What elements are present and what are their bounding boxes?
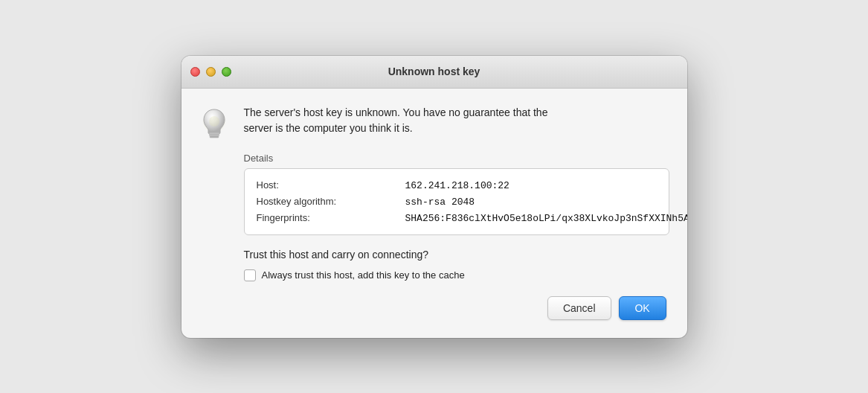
details-box: Host: 162.241.218.100:22 Hostkey algorit… bbox=[244, 168, 669, 235]
dialog-title: Unknown host key bbox=[388, 66, 480, 77]
detail-value-algorithm: ssh-rsa 2048 bbox=[405, 196, 475, 208]
detail-value-host: 162.241.218.100:22 bbox=[405, 180, 509, 191]
warning-message: The server's host key is unknown. You ha… bbox=[244, 103, 548, 136]
close-button[interactable] bbox=[190, 67, 200, 77]
detail-key-host: Host: bbox=[257, 179, 405, 191]
svg-point-4 bbox=[209, 116, 219, 127]
minimize-button[interactable] bbox=[206, 67, 216, 77]
trust-question: Trust this host and carry on connecting? bbox=[244, 249, 669, 261]
cancel-button[interactable]: Cancel bbox=[547, 296, 611, 320]
detail-key-fingerprint: Fingerprints: bbox=[257, 212, 405, 223]
detail-value-fingerprint: SHA256:F836clXtHvO5e18oLPi/qx38XLvkoJp3n… bbox=[405, 213, 687, 224]
maximize-button[interactable] bbox=[222, 67, 231, 77]
detail-row-fingerprint: Fingerprints: SHA256:F836clXtHvO5e18oLPi… bbox=[257, 212, 657, 224]
svg-rect-1 bbox=[209, 132, 219, 135]
checkbox-row: Always trust this host, add this key to … bbox=[244, 269, 669, 281]
ok-button[interactable]: OK bbox=[619, 296, 666, 320]
dialog-window: Unknown host key bbox=[181, 56, 687, 338]
lightbulb-icon bbox=[196, 105, 232, 141]
svg-rect-3 bbox=[210, 136, 219, 138]
details-section: Details Host: 162.241.218.100:22 Hostkey… bbox=[244, 153, 669, 235]
detail-row-algorithm: Hostkey algorithm: ssh-rsa 2048 bbox=[257, 196, 657, 208]
detail-key-algorithm: Hostkey algorithm: bbox=[257, 196, 405, 207]
top-row: The server's host key is unknown. You ha… bbox=[196, 103, 669, 141]
dialog-content: The server's host key is unknown. You ha… bbox=[181, 89, 687, 338]
always-trust-checkbox[interactable] bbox=[244, 269, 256, 281]
detail-row-host: Host: 162.241.218.100:22 bbox=[257, 179, 657, 191]
title-bar: Unknown host key bbox=[181, 56, 687, 89]
details-label: Details bbox=[244, 153, 669, 164]
svg-rect-2 bbox=[209, 134, 219, 136]
always-trust-label[interactable]: Always trust this host, add this key to … bbox=[262, 269, 465, 281]
traffic-lights bbox=[190, 67, 231, 77]
button-row: Cancel OK bbox=[196, 296, 669, 323]
